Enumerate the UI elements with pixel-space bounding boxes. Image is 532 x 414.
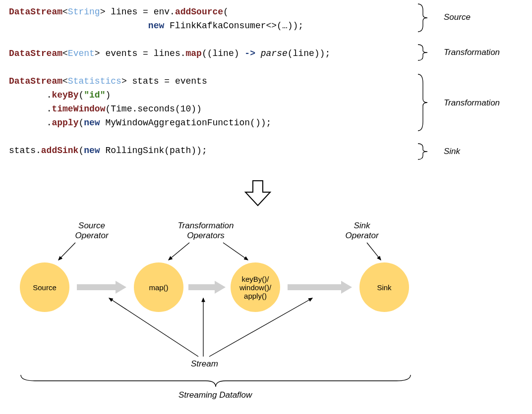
label-transform2: Transformation	[444, 98, 500, 108]
code-text: new	[84, 118, 100, 128]
svg-line-3	[223, 243, 248, 260]
code-text: (	[78, 146, 84, 155]
label-transform1: Transformation	[444, 48, 500, 57]
brace-dataflow	[20, 374, 412, 391]
stream-arrow	[188, 283, 226, 292]
node-sink: Sink	[359, 262, 409, 312]
code-text: (	[78, 90, 84, 100]
code-text	[255, 49, 261, 58]
code-text: new	[84, 146, 100, 155]
code-text: DataStream	[9, 49, 62, 58]
code-text: (	[78, 118, 84, 128]
stream-arrow	[77, 283, 126, 292]
node-keyby: keyBy()/ window()/ apply()	[231, 262, 280, 312]
code-text: timeWindow	[52, 104, 105, 114]
brace-transform1	[416, 44, 431, 63]
code-text: keyBy	[52, 90, 78, 100]
code-text: stats.	[9, 146, 41, 155]
code-text: ->	[244, 49, 255, 58]
code-text: > lines = env.	[100, 7, 175, 17]
code-text: (	[223, 7, 229, 17]
code-block: DataStream<String> lines = env.addSource…	[9, 5, 330, 157]
code-text: new	[148, 21, 164, 31]
label-source: Source	[444, 12, 471, 22]
code-text: String	[68, 7, 100, 17]
code-text: .	[47, 118, 52, 128]
code-text: (line));	[288, 49, 330, 58]
svg-line-1	[59, 243, 75, 260]
down-arrow-icon	[243, 178, 273, 208]
svg-line-2	[169, 243, 189, 260]
svg-line-4	[367, 243, 381, 260]
code-text: DataStream	[9, 7, 62, 17]
code-text: )	[105, 90, 111, 100]
code-text: (Time.seconds(10))	[105, 104, 201, 114]
node-text: Sink	[377, 283, 391, 292]
node-text: Source	[33, 283, 57, 292]
code-text: .	[47, 90, 52, 100]
node-text: keyBy()/ window()/ apply()	[239, 275, 271, 300]
code-text: ((line)	[202, 49, 244, 58]
node-text: map()	[149, 283, 168, 292]
brace-transform2	[416, 73, 431, 134]
code-text: map	[186, 49, 202, 58]
code-text: "id"	[84, 90, 105, 100]
node-map: map()	[134, 262, 183, 312]
code-text: > events = lines.	[95, 49, 186, 58]
dataflow-diagram: Source Operator Transformation Operators…	[5, 218, 441, 406]
code-text: addSink	[41, 146, 79, 155]
code-text: Event	[68, 49, 95, 58]
code-text: MyWindowAggregationFunction());	[100, 118, 272, 128]
label-dataflow: Streaming Dataflow	[178, 390, 252, 400]
code-text: addSource	[175, 7, 223, 17]
brace-sink	[416, 143, 431, 162]
code-text: parse	[261, 49, 288, 58]
brace-source	[416, 3, 431, 35]
code-text: RollingSink(path));	[100, 146, 207, 155]
label-stream: Stream	[191, 359, 218, 369]
code-text: > stats = events	[121, 76, 207, 86]
code-text: DataStream	[9, 76, 62, 86]
code-text: FlinkKafkaConsumer<>(…));	[164, 21, 303, 31]
code-text: Statistics	[68, 76, 121, 86]
code-text: .	[47, 104, 52, 114]
code-text: apply	[52, 118, 78, 128]
stream-arrow	[288, 283, 352, 292]
node-source: Source	[20, 262, 69, 312]
label-sink: Sink	[444, 147, 460, 156]
